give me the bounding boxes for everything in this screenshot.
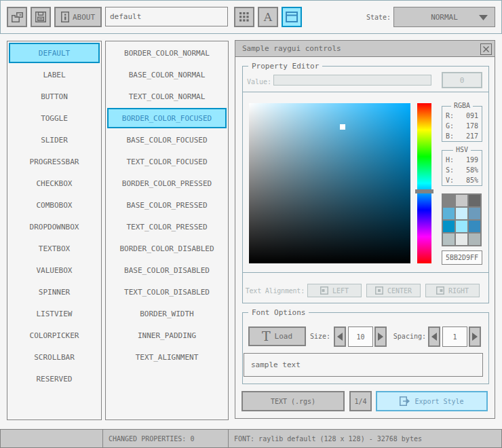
format-pager-button[interactable]: 1/4 [349, 391, 372, 411]
palette-swatch-2-2[interactable] [469, 221, 480, 232]
grid-view-button[interactable] [234, 7, 254, 27]
value-label: Value: [237, 76, 271, 87]
palette-swatch-2-0[interactable] [443, 221, 455, 232]
control-item-label[interactable]: LABEL [9, 64, 100, 85]
floppy-save-icon [35, 11, 47, 23]
control-item-checkbox[interactable]: CHECKBOX [9, 173, 100, 193]
font-size-decrease-button[interactable] [334, 326, 346, 347]
hsv-row: V: 85% [446, 175, 478, 185]
window-titlebar[interactable]: Sample raygui controls [235, 41, 495, 57]
export-format-button[interactable]: TEXT (.rgs) [242, 391, 345, 411]
property-item-base_color_normal[interactable]: BASE_COLOR_NORMAL [107, 64, 227, 85]
property-item-border_width[interactable]: BORDER_WIDTH [107, 303, 227, 324]
palette-swatch-3-2[interactable] [469, 234, 480, 245]
sample-controls-window: Sample raygui controls Property Editor V… [235, 40, 495, 419]
palette-swatch-3-0[interactable] [443, 234, 455, 245]
align-right-label: RIGHT [448, 287, 469, 295]
property-item-base_color_focused[interactable]: BASE_COLOR_FOCUSED [107, 130, 227, 150]
hue-bar-cursor[interactable] [415, 189, 433, 193]
separator-line [242, 92, 488, 92]
property-item-border_color_pressed[interactable]: BORDER_COLOR_PRESSED [107, 173, 227, 193]
font-options-title: Font Options [248, 308, 309, 317]
window-close-button[interactable] [480, 43, 492, 55]
palette-swatch-3-1[interactable] [456, 234, 467, 245]
value-slider[interactable] [273, 75, 431, 86]
align-center-button[interactable]: CENTER [366, 284, 421, 297]
align-right-button[interactable]: RIGHT [425, 284, 480, 297]
align-right-icon [436, 286, 444, 295]
rgba-row-label: B: [446, 132, 454, 140]
property-item-base_color_pressed[interactable]: BASE_COLOR_PRESSED [107, 195, 227, 215]
letter-a-icon: A [264, 12, 272, 23]
arrow-left-icon [431, 333, 437, 341]
hsv-row: H: 199 [446, 155, 478, 165]
property-item-text_color_normal[interactable]: TEXT_COLOR_NORMAL [107, 86, 227, 107]
property-item-base_color_disabled[interactable]: BASE_COLOR_DISABLED [107, 260, 227, 280]
window-icon [286, 12, 298, 22]
control-item-textbox[interactable]: TEXTBOX [9, 238, 100, 259]
property-item-text_color_focused[interactable]: TEXT_COLOR_FOCUSED [107, 151, 227, 172]
hex-value-box[interactable]: 5BB2D9FF [442, 250, 482, 265]
control-item-valuebox[interactable]: VALUEBOX [9, 260, 100, 280]
palette-swatch-1-0[interactable] [443, 208, 455, 219]
font-spacing-value[interactable]: 1 [442, 326, 467, 347]
control-item-reserved[interactable]: RESERVED [9, 369, 100, 389]
palette-swatch-1-1[interactable] [456, 208, 467, 219]
color-picker-panel[interactable] [249, 103, 410, 263]
state-dropdown[interactable]: NORMAL [393, 7, 495, 27]
control-item-combobox[interactable]: COMBOBOX [9, 195, 100, 215]
chevron-down-icon [479, 15, 488, 20]
open-style-button[interactable] [7, 7, 27, 27]
control-item-progressbar[interactable]: PROGRESSBAR [9, 151, 100, 172]
control-item-dropdownbox[interactable]: DROPDOWNBOX [9, 217, 100, 237]
export-style-button[interactable]: Export Style [376, 391, 488, 411]
control-item-default[interactable]: DEFAULT [9, 43, 100, 63]
rgba-row-value: 217 [466, 132, 478, 140]
font-size-value[interactable]: 10 [348, 326, 373, 347]
rgba-group: RGBA R: 091 G: 178 B: 217 [442, 106, 482, 142]
palette-swatch-1-2[interactable] [469, 208, 480, 219]
control-item-slider[interactable]: SLIDER [9, 130, 100, 150]
palette-swatch-0-0[interactable] [443, 195, 455, 206]
property-item-border_color_normal[interactable]: BORDER_COLOR_NORMAL [107, 43, 227, 63]
palette-swatch-0-2[interactable] [469, 195, 480, 206]
property-item-border_color_focused[interactable]: BORDER_COLOR_FOCUSED [107, 108, 227, 128]
hue-bar[interactable] [417, 103, 431, 263]
value-spinner-label: 0 [460, 76, 465, 85]
font-view-button[interactable]: A [258, 7, 278, 27]
font-info-text: FONT: raylib default (128 x 128) - 32768… [234, 435, 422, 443]
hsv-row-value: 85% [466, 176, 478, 184]
rguistyler-app: ABOUT A State: NORMAL DEFAULTLABELBUTTON… [0, 0, 502, 448]
color-picker-cursor[interactable] [340, 124, 345, 130]
align-center-icon [375, 286, 383, 295]
property-item-text_color_disabled[interactable]: TEXT_COLOR_DISABLED [107, 282, 227, 302]
control-item-toggle[interactable]: TOGGLE [9, 108, 100, 128]
hsv-row-label: V: [446, 176, 454, 184]
control-item-listview[interactable]: LISTVIEW [9, 303, 100, 324]
control-item-colorpicker[interactable]: COLORPICKER [9, 325, 100, 346]
control-item-scrollbar[interactable]: SCROLLBAR [9, 347, 100, 367]
property-item-inner_padding[interactable]: INNER_PADDING [107, 325, 227, 346]
align-left-button[interactable]: LEFT [307, 284, 362, 297]
sample-text-input[interactable]: sample text [244, 353, 483, 377]
hsv-row-value: 58% [466, 166, 478, 174]
hsv-group-title: HSV [453, 146, 471, 153]
font-spacing-increase-button[interactable] [469, 326, 481, 347]
align-left-label: LEFT [332, 287, 349, 295]
palette-swatch-0-1[interactable] [456, 195, 467, 206]
property-item-text_color_pressed[interactable]: TEXT_COLOR_PRESSED [107, 217, 227, 237]
font-spacing-decrease-button[interactable] [428, 326, 440, 347]
control-item-button[interactable]: BUTTON [9, 86, 100, 107]
about-button[interactable]: ABOUT [54, 7, 102, 27]
rgba-row-label: R: [446, 112, 454, 119]
value-spinner-button[interactable]: 0 [442, 72, 482, 88]
palette-swatch-2-1[interactable] [456, 221, 467, 232]
changed-properties-text: CHANGED PROPERTIES: 0 [109, 435, 194, 443]
control-item-spinner[interactable]: SPINNER [9, 282, 100, 302]
property-item-border_color_disabled[interactable]: BORDER_COLOR_DISABLED [107, 238, 227, 259]
style-name-input[interactable] [105, 7, 228, 26]
property-item-text_alignment[interactable]: TEXT_ALIGNMENT [107, 347, 227, 367]
controls-view-button[interactable] [282, 7, 302, 27]
statusbar-font-info: FONT: raylib default (128 x 128) - 32768… [228, 429, 502, 448]
save-style-button[interactable] [31, 7, 51, 27]
